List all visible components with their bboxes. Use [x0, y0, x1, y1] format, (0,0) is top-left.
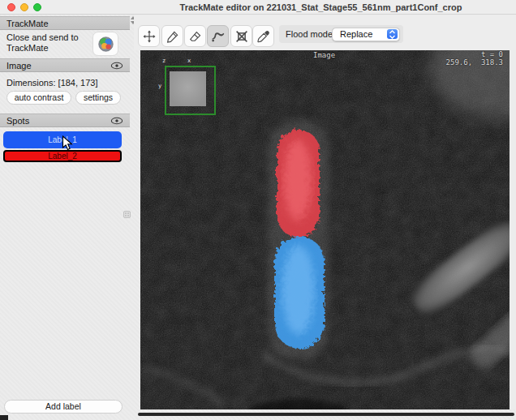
- dropdown-stepper-icon: [387, 29, 398, 39]
- eraser-icon: [188, 29, 203, 44]
- trackmate-section-header: TrackMate: [0, 16, 130, 30]
- spots-section-title: Spots: [6, 116, 29, 126]
- overview-minimap[interactable]: [165, 66, 216, 115]
- flood-mode-label: Flood mode:: [286, 25, 335, 43]
- flood-erase-icon: [234, 29, 249, 44]
- spots-visibility-eye-icon[interactable]: [110, 117, 123, 125]
- close-send-label: Close and send to TrackMate: [6, 32, 92, 54]
- window-title: TrackMate editor on 221031_Stat_Stage55_…: [134, 0, 508, 15]
- eraser-tool[interactable]: [184, 25, 206, 47]
- move-tool[interactable]: [138, 25, 160, 47]
- spot-label-1-button[interactable]: Label_1: [3, 131, 122, 148]
- overview-thumbnail: [170, 71, 206, 106]
- settings-button[interactable]: settings: [75, 91, 121, 105]
- flood-mode-dropdown[interactable]: Replace: [332, 28, 400, 41]
- minimize-window-button[interactable]: [20, 3, 28, 11]
- trackmate-section-title: TrackMate: [6, 19, 49, 28]
- flood-erase-tool[interactable]: [230, 25, 252, 47]
- pencil-icon: [166, 29, 180, 44]
- timepoint-overlay: t = 0: [481, 50, 503, 58]
- auto-contrast-button[interactable]: auto contrast: [6, 91, 71, 105]
- axis-x-label: x: [187, 58, 191, 64]
- flood-fill-icon: [210, 28, 226, 44]
- spot-label-2-button[interactable]: Label_2: [3, 150, 122, 162]
- image-visibility-eye-icon[interactable]: [110, 62, 123, 70]
- spots-section-header: Spots: [0, 114, 130, 127]
- flood-mode-group: Flood mode: Replace: [279, 25, 403, 43]
- layer-name-overlay: Image: [313, 51, 335, 59]
- flood-mode-value: Replace: [340, 28, 372, 41]
- zoom-window-button[interactable]: [33, 3, 41, 11]
- select-label-picker-tool[interactable]: [252, 25, 274, 47]
- eyedropper-icon: [256, 29, 271, 44]
- trackmate-logo-icon: [97, 36, 114, 53]
- draw-pencil-tool[interactable]: [161, 25, 183, 47]
- right-window-strip: [510, 50, 516, 409]
- close-send-to-trackmate-button[interactable]: [92, 32, 118, 56]
- image-canvas[interactable]: Image t = 0 259.6, 318.3 z x y: [140, 50, 510, 409]
- pointer-coords-overlay: 259.6, 318.3: [446, 58, 503, 66]
- splitter-handle[interactable]: [123, 211, 131, 218]
- axis-y-label: y: [158, 83, 161, 89]
- axis-z-label: z: [162, 58, 166, 64]
- titlebar: TrackMate editor on 221031_Stat_Stage55_…: [0, 0, 516, 15]
- bottom-window-edge: [138, 413, 514, 416]
- spot-label-2-mask: [273, 235, 323, 347]
- image-dimensions-label: Dimensions: [184, 173]: [6, 78, 98, 88]
- editor-toolbar: Flood mode: Replace: [134, 15, 516, 50]
- bottom-left-corner: [0, 415, 8, 420]
- move-icon: [142, 29, 157, 44]
- image-section-header: Image: [0, 58, 130, 72]
- flood-fill-tool[interactable]: [207, 25, 229, 47]
- sidebar: TrackMate Close and send to TrackMate: [0, 15, 130, 413]
- image-section-title: Image: [6, 61, 32, 71]
- close-window-button[interactable]: [7, 3, 15, 11]
- add-label-button[interactable]: Add label: [4, 400, 123, 414]
- trackmate-editor-window: TrackMate editor on 221031_Stat_Stage55_…: [0, 0, 516, 420]
- spot-label-1-mask: [276, 128, 318, 236]
